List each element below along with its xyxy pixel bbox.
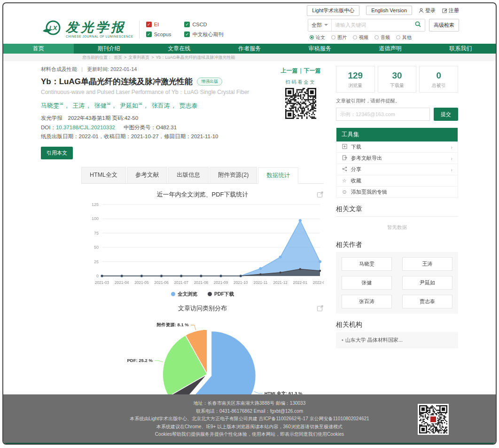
share-icon: [342, 166, 347, 173]
tool-export-references[interactable]: 参考文献导出 ›: [336, 152, 458, 164]
author-link[interactable]: 马晓雯✉: [41, 102, 63, 109]
nav-item-6[interactable]: 联系我们: [425, 44, 496, 54]
breadcrumb-part[interactable]: 文章列表页: [128, 55, 149, 61]
author-link[interactable]: 王涛: [73, 102, 85, 109]
chart-export-icon[interactable]: [317, 305, 324, 314]
search-type-radio[interactable]: 音频: [374, 34, 390, 41]
journal-name-en: CHINESE JOURNAL OF LUMINESCENCE: [66, 35, 133, 38]
search-button[interactable]: [411, 21, 425, 29]
radio-icon: [310, 35, 314, 39]
svg-text:25: 25: [94, 259, 99, 264]
next-article-link[interactable]: 下一篇: [304, 67, 321, 74]
search-scope-select[interactable]: 全部: [308, 19, 332, 31]
chevron-right-icon: ›: [451, 144, 452, 150]
authors-line: 马晓雯✉，王涛，张健✉，尹延如✉，张百涛，贾志泰: [41, 102, 278, 110]
tab-3[interactable]: 附件资源(2): [210, 167, 257, 183]
index-badge: ✓ Scopus: [146, 31, 172, 38]
check-icon: ✓: [184, 22, 190, 27]
pie-chart-canvas: HTML全文: 61.3 %图表: 5.4 %PDF: 25.2 %附件资源: …: [81, 314, 324, 394]
legend-item[interactable]: 全文浏览: [171, 291, 197, 298]
tab-0[interactable]: HTML全文: [81, 167, 126, 183]
search-type-radio[interactable]: 视频: [353, 34, 368, 41]
tool-share[interactable]: 分享 ›: [336, 164, 458, 175]
cite-alert-note: 文章被引用时，请邮件提醒。: [336, 98, 458, 104]
journal-logo[interactable]: LX 发光学报 CHINESE JOURNAL OF LUMINESCENCE: [41, 19, 133, 40]
author-link[interactable]: 张健✉: [94, 102, 111, 109]
author-link[interactable]: 贾志泰: [179, 102, 198, 109]
chevron-down-icon: [324, 24, 328, 26]
site-header: LX 发光学报 CHINESE JOURNAL OF LUMINESCENCE …: [3, 17, 496, 44]
footer-accent-bar: [3, 443, 496, 445]
svg-text:75: 75: [94, 230, 99, 235]
svg-text:2021-04: 2021-04: [115, 280, 129, 285]
related-author-chip[interactable]: 张健: [342, 276, 392, 290]
pencil-icon: [442, 8, 447, 13]
chart-title: 近一年内全文浏览、PDF下载统计: [81, 190, 324, 199]
tab-1[interactable]: 参考文献: [127, 167, 167, 183]
email-alert-input[interactable]: [336, 108, 430, 121]
svg-text:HTML全文: 61.3 %: HTML全文: 61.3 %: [265, 390, 303, 394]
tab-4[interactable]: 数据统计: [258, 167, 298, 184]
search-input[interactable]: [332, 22, 411, 28]
legend-item[interactable]: PDF下载: [208, 291, 234, 298]
main-content: 材料合成及性能 | 更新时间: 2022-01-14 Yb：LuAG单晶光纤的连…: [3, 61, 496, 394]
doi-link[interactable]: 10.37188/CJL.20210332: [56, 125, 115, 130]
related-author-chip[interactable]: 张百涛: [342, 295, 392, 308]
chevron-right-icon: ›: [451, 167, 452, 173]
nav-item-4[interactable]: 审稿服务: [285, 44, 355, 54]
advanced-search-button[interactable]: 高级检索: [429, 19, 459, 31]
light-center-button[interactable]: Light学术出版中心: [307, 5, 359, 16]
svg-text:2021-09: 2021-09: [214, 280, 228, 285]
author-link[interactable]: 张百涛: [152, 102, 170, 109]
journal-name-cn: 发光学报: [66, 21, 133, 34]
export-references-icon: [342, 155, 347, 161]
nav-item-0[interactable]: 首页: [3, 44, 74, 54]
chart-export-icon[interactable]: [317, 191, 324, 200]
enhanced-publication-badge[interactable]: 增强出版: [197, 78, 222, 86]
search-type-radio[interactable]: 其他: [396, 34, 412, 41]
divider: [139, 21, 140, 39]
svg-text:2021-10: 2021-10: [234, 280, 248, 285]
svg-text:100: 100: [92, 216, 99, 221]
search-type-radio[interactable]: 图片: [331, 34, 347, 41]
publication-dates: 纸质出版日期：2022-01，收稿日期：2021-10-27，修回日期：2021…: [41, 132, 278, 141]
site-footer: 地址：长春市南关区东南湖大路3888号 邮编：130033联系电话：0431-8…: [3, 394, 496, 443]
tool-download[interactable]: 下载 ›: [336, 141, 458, 152]
breadcrumb-part[interactable]: 首页: [114, 55, 122, 61]
related-author-chip[interactable]: 马晓雯: [342, 257, 392, 271]
tool-add-album[interactable]: ⊙ 添加至我的专辑: [336, 186, 458, 197]
related-author-chip[interactable]: 尹延如: [402, 276, 452, 290]
related-author-chip[interactable]: 贾志泰: [402, 295, 452, 308]
views-downloads-chart: 近一年内全文浏览、PDF下载统计 02550751001252021-03202…: [81, 190, 324, 298]
article-category[interactable]: 材料合成及性能: [41, 66, 77, 72]
cite-article-button[interactable]: 引用本文: [41, 147, 73, 159]
stat-box: 30 下载量: [378, 66, 417, 93]
legend-dot-icon: [171, 292, 175, 296]
radio-icon: [374, 35, 379, 39]
main-nav: 首页期刊介绍文章在线作者服务审稿服务道德声明联系我们: [3, 44, 496, 54]
svg-text:0: 0: [96, 274, 99, 278]
english-version-button[interactable]: English Version: [366, 6, 412, 15]
submit-email-button[interactable]: 提交: [434, 108, 458, 121]
star-icon: ☆: [342, 178, 347, 184]
svg-text:50: 50: [94, 245, 99, 250]
nav-item-3[interactable]: 作者服务: [214, 44, 285, 54]
utility-bar: Light学术出版中心 English Version 登录 注册: [3, 3, 496, 17]
index-badge: ✓ EI: [146, 22, 172, 27]
register-link[interactable]: 注册: [442, 7, 459, 14]
tab-2[interactable]: 出版信息: [168, 167, 209, 183]
access-category-chart: 文章访问类别分布 HTML全文: 61.3 %图表: 5.4 %PDF: 25.…: [81, 304, 324, 394]
check-icon: ✓: [146, 31, 152, 37]
author-link[interactable]: 尹延如✉: [120, 102, 142, 109]
stat-box: 0 总被引: [419, 66, 458, 93]
svg-text:2021-03: 2021-03: [95, 280, 109, 285]
nav-item-2[interactable]: 文章在线: [144, 44, 214, 54]
related-org-link[interactable]: •山东大学 晶体材料国家...: [342, 337, 452, 344]
search-type-radio[interactable]: 论文: [310, 34, 325, 41]
nav-item-1[interactable]: 期刊介绍: [74, 44, 144, 54]
tool-star[interactable]: ☆ 收藏: [336, 175, 458, 186]
nav-item-5[interactable]: 道德声明: [355, 44, 426, 54]
login-link[interactable]: 登录: [419, 7, 436, 14]
related-author-chip[interactable]: 王涛: [402, 257, 452, 271]
prev-article-link[interactable]: 上一篇: [281, 67, 297, 74]
